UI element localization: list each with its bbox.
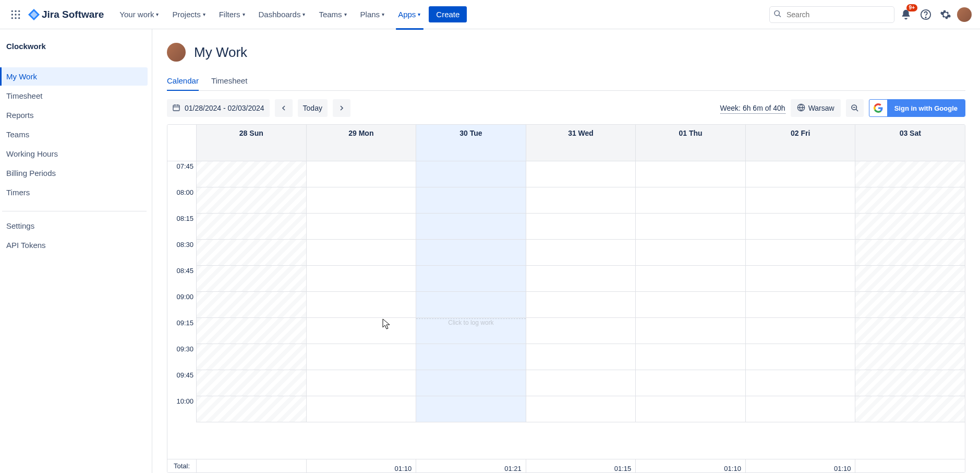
calendar-cell[interactable] <box>526 370 636 396</box>
calendar-cell[interactable] <box>307 370 416 396</box>
calendar-cell[interactable] <box>636 214 745 240</box>
calendar-body[interactable]: ▲ 07:4508:0008:1508:3008:4509:0009:1509:… <box>167 161 965 459</box>
sidebar-item-api-tokens[interactable]: API Tokens <box>0 236 148 254</box>
calendar-cell[interactable] <box>526 214 636 240</box>
calendar-cell[interactable] <box>746 318 855 344</box>
calendar-cell[interactable] <box>526 396 636 422</box>
calendar-cell[interactable] <box>855 292 965 318</box>
calendar-cell[interactable] <box>855 266 965 292</box>
calendar-cell[interactable] <box>746 161 855 187</box>
help-icon[interactable] <box>917 6 934 23</box>
calendar-cell[interactable] <box>855 161 965 187</box>
prev-period-button[interactable] <box>275 99 293 117</box>
calendar-cell[interactable] <box>746 396 855 422</box>
calendar-cell[interactable] <box>526 240 636 266</box>
day-column[interactable] <box>855 161 965 422</box>
settings-icon[interactable] <box>937 6 954 23</box>
calendar-cell[interactable] <box>197 344 306 370</box>
sidebar-item-my-work[interactable]: My Work <box>0 67 148 86</box>
calendar-cell[interactable] <box>307 214 416 240</box>
calendar-cell[interactable]: Click to log work <box>416 318 526 344</box>
calendar-cell[interactable] <box>636 396 745 422</box>
day-column[interactable] <box>746 161 856 422</box>
tab-timesheet[interactable]: Timesheet <box>211 73 247 90</box>
create-button[interactable]: Create <box>429 6 467 22</box>
calendar-cell[interactable] <box>416 187 526 214</box>
calendar-cell[interactable] <box>416 214 526 240</box>
calendar-cell[interactable] <box>416 344 526 370</box>
calendar-cell[interactable] <box>636 318 745 344</box>
notifications-icon[interactable]: 9+ <box>898 6 914 23</box>
sidebar-item-timers[interactable]: Timers <box>0 183 148 202</box>
calendar-cell[interactable] <box>197 266 306 292</box>
calendar-cell[interactable] <box>197 396 306 422</box>
calendar-cell[interactable] <box>197 292 306 318</box>
calendar-cell[interactable] <box>636 187 745 214</box>
sidebar-item-teams[interactable]: Teams <box>0 125 148 144</box>
sidebar-item-settings[interactable]: Settings <box>0 217 148 235</box>
calendar-cell[interactable] <box>855 214 965 240</box>
timezone-button[interactable]: Warsaw <box>791 99 841 117</box>
calendar-cell[interactable] <box>746 344 855 370</box>
day-column[interactable] <box>636 161 746 422</box>
next-period-button[interactable] <box>333 99 350 117</box>
calendar-cell[interactable] <box>526 161 636 187</box>
calendar-cell[interactable] <box>636 370 745 396</box>
zoom-out-button[interactable] <box>846 99 864 117</box>
calendar-cell[interactable] <box>197 161 306 187</box>
calendar-cell[interactable] <box>746 187 855 214</box>
signin-google-button[interactable]: Sign in with Google <box>869 99 965 117</box>
calendar-cell[interactable] <box>526 318 636 344</box>
calendar-cell[interactable] <box>197 370 306 396</box>
calendar-cell[interactable] <box>526 344 636 370</box>
sidebar-item-reports[interactable]: Reports <box>0 106 148 124</box>
calendar-cell[interactable] <box>526 292 636 318</box>
profile-avatar[interactable] <box>957 7 972 22</box>
calendar-cell[interactable] <box>526 187 636 214</box>
search-input[interactable] <box>769 6 894 23</box>
sidebar-item-working-hours[interactable]: Working Hours <box>0 145 148 163</box>
calendar-cell[interactable] <box>636 161 745 187</box>
calendar-cell[interactable] <box>636 344 745 370</box>
calendar-cell[interactable] <box>307 240 416 266</box>
calendar-cell[interactable] <box>416 370 526 396</box>
calendar-cell[interactable] <box>855 396 965 422</box>
calendar-cell[interactable] <box>526 266 636 292</box>
calendar-cell[interactable] <box>416 240 526 266</box>
calendar-cell[interactable] <box>197 240 306 266</box>
nav-projects[interactable]: Projects▾ <box>167 7 210 22</box>
day-column[interactable] <box>526 161 636 422</box>
calendar-cell[interactable] <box>307 161 416 187</box>
calendar-cell[interactable] <box>416 161 526 187</box>
calendar-cell[interactable] <box>855 370 965 396</box>
today-button[interactable]: Today <box>298 99 328 117</box>
nav-your-work[interactable]: Your work▾ <box>114 7 164 22</box>
calendar-cell[interactable] <box>307 187 416 214</box>
calendar-cell[interactable] <box>636 240 745 266</box>
calendar-cell[interactable] <box>855 318 965 344</box>
calendar-cell[interactable] <box>855 187 965 214</box>
calendar-cell[interactable] <box>855 344 965 370</box>
tab-calendar[interactable]: Calendar <box>167 73 199 90</box>
date-range-button[interactable]: 01/28/2024 - 02/03/2024 <box>167 99 270 117</box>
calendar-cell[interactable] <box>746 214 855 240</box>
nav-dashboards[interactable]: Dashboards▾ <box>253 7 311 22</box>
calendar-cell[interactable] <box>307 396 416 422</box>
calendar-cell[interactable] <box>307 344 416 370</box>
sidebar-item-billing-periods[interactable]: Billing Periods <box>0 164 148 182</box>
calendar-cell[interactable] <box>636 292 745 318</box>
nav-filters[interactable]: Filters▾ <box>214 7 250 22</box>
calendar-cell[interactable] <box>416 396 526 422</box>
nav-apps[interactable]: Apps▾ <box>393 7 426 22</box>
calendar-cell[interactable] <box>746 292 855 318</box>
calendar-cell[interactable] <box>416 266 526 292</box>
nav-teams[interactable]: Teams▾ <box>313 7 352 22</box>
calendar-cell[interactable] <box>746 266 855 292</box>
calendar-cell[interactable] <box>416 292 526 318</box>
calendar-cell[interactable] <box>636 266 745 292</box>
app-switcher-icon[interactable] <box>8 7 23 22</box>
jira-logo[interactable]: Jira Software <box>28 9 104 20</box>
sidebar-item-timesheet[interactable]: Timesheet <box>0 87 148 105</box>
calendar-cell[interactable] <box>197 187 306 214</box>
calendar-cell[interactable] <box>307 292 416 318</box>
